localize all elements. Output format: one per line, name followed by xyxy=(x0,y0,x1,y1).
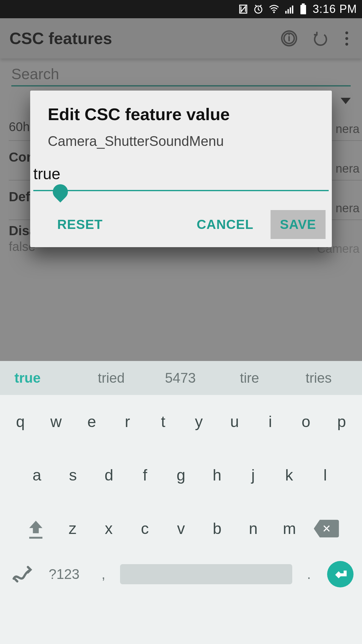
wifi-icon xyxy=(268,4,280,14)
key-m[interactable]: m xyxy=(272,509,308,548)
key-k[interactable]: k xyxy=(271,456,307,494)
key-row-3: z x c v b n m ✕ xyxy=(0,502,362,555)
key-row-4: ?123 , . xyxy=(0,555,362,596)
key-e[interactable]: e xyxy=(74,402,110,441)
key-c[interactable]: c xyxy=(127,509,163,548)
suggestion[interactable]: tire xyxy=(215,370,284,386)
suggestion[interactable]: tries xyxy=(284,370,353,386)
period-key[interactable]: . xyxy=(295,566,323,582)
svg-rect-2 xyxy=(285,11,287,14)
suggestion-bar: true tried 5473 tire tries xyxy=(0,361,362,395)
key-n[interactable]: n xyxy=(235,509,272,548)
svg-rect-6 xyxy=(300,5,306,14)
key-t[interactable]: t xyxy=(145,402,181,441)
key-s[interactable]: s xyxy=(55,456,91,494)
key-v[interactable]: v xyxy=(163,509,199,548)
key-x[interactable]: x xyxy=(91,509,127,548)
key-y[interactable]: y xyxy=(181,402,217,441)
save-button[interactable]: SAVE xyxy=(271,210,326,239)
alarm-icon xyxy=(253,4,264,14)
key-q[interactable]: q xyxy=(3,402,38,441)
suggestion[interactable]: tried xyxy=(77,370,146,386)
edit-value-dialog: Edit CSC feature value Camera_ShutterSou… xyxy=(30,91,332,247)
suggestion[interactable]: 5473 xyxy=(146,370,215,386)
key-p[interactable]: p xyxy=(324,402,359,441)
backspace-key[interactable]: ✕ xyxy=(308,509,345,548)
backspace-icon: ✕ xyxy=(314,520,339,537)
key-i[interactable]: i xyxy=(252,402,288,441)
key-o[interactable]: o xyxy=(288,402,324,441)
key-b[interactable]: b xyxy=(199,509,235,548)
svg-rect-3 xyxy=(288,9,289,14)
key-g[interactable]: g xyxy=(163,456,199,494)
space-key[interactable] xyxy=(118,564,295,584)
key-row-2: a s d f g h j k l xyxy=(0,448,362,502)
key-a[interactable]: a xyxy=(19,456,55,494)
nfc-icon xyxy=(238,4,249,14)
key-d[interactable]: d xyxy=(91,456,127,494)
comma-key[interactable]: , xyxy=(89,566,118,582)
dialog-title: Edit CSC feature value xyxy=(30,104,332,133)
key-w[interactable]: w xyxy=(38,402,74,441)
svg-rect-4 xyxy=(290,7,291,14)
status-time: 3:16 PM xyxy=(313,3,357,16)
soft-keyboard: true tried 5473 tire tries q w e r t y u… xyxy=(0,361,362,644)
swype-key[interactable] xyxy=(4,564,39,585)
key-l[interactable]: l xyxy=(307,456,343,494)
enter-icon xyxy=(327,561,354,587)
svg-rect-5 xyxy=(292,6,293,14)
svg-rect-7 xyxy=(302,3,304,5)
status-bar: 3:16 PM xyxy=(0,0,362,18)
shift-key[interactable] xyxy=(17,509,55,548)
cancel-button[interactable]: CANCEL xyxy=(187,210,263,239)
key-u[interactable]: u xyxy=(217,402,253,441)
symbols-key[interactable]: ?123 xyxy=(39,566,89,582)
reset-button[interactable]: RESET xyxy=(48,210,112,239)
signal-icon xyxy=(284,4,295,14)
key-f[interactable]: f xyxy=(127,456,163,494)
key-h[interactable]: h xyxy=(199,456,235,494)
key-r[interactable]: r xyxy=(110,402,145,441)
svg-point-1 xyxy=(273,11,275,13)
key-z[interactable]: z xyxy=(55,509,91,548)
enter-key[interactable] xyxy=(323,561,358,587)
battery-icon xyxy=(299,3,307,15)
key-j[interactable]: j xyxy=(235,456,271,494)
suggestion[interactable]: true xyxy=(9,370,77,386)
value-input[interactable] xyxy=(33,163,329,191)
key-row-1: q w e r t y u i o p xyxy=(0,395,362,448)
dialog-feature-name: Camera_ShutterSoundMenu xyxy=(30,133,332,163)
